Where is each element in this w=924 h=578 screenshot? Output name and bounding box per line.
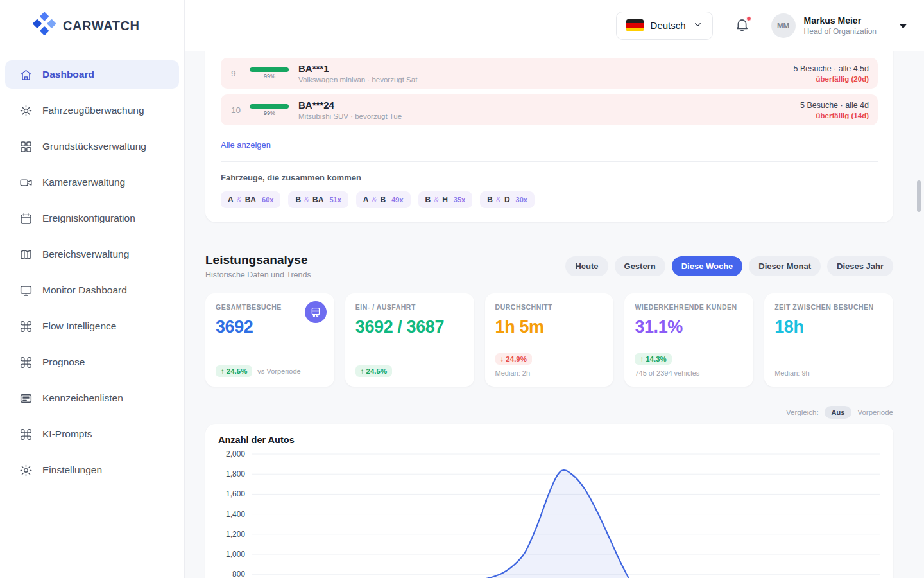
bus-icon	[305, 301, 327, 323]
arrow-up-icon: ↑	[221, 367, 225, 375]
kpi-wiederkehrende-kunden: WIEDERKEHRENDE KUNDEN 31.1% ↑14.3% 745 o…	[624, 293, 753, 387]
notification-dot	[746, 16, 751, 21]
y-tick-label: 1,600	[226, 489, 245, 498]
sidebar-item-bereichsverwaltung[interactable]: Bereichsverwaltung	[5, 240, 179, 268]
analysis-header: Leistungsanalyse Historische Daten und T…	[205, 253, 893, 279]
chart-title: Anzahl der Autos	[218, 435, 880, 445]
kpi-title: DURCHSCHNITT	[495, 303, 604, 311]
vehicle-row[interactable]: 9 99% BA***1 Volkswagen minivan · bevorz…	[221, 58, 878, 89]
delta-chip: ↓24.9%	[495, 353, 532, 365]
vehicle-plate: BA***1	[298, 63, 417, 74]
match-progress: 99%	[249, 104, 290, 116]
chart-card: Anzahl der Autos 2,0001,8001,6001,4001,2…	[205, 424, 893, 578]
pair-plate-a: B	[487, 195, 493, 204]
german-flag-icon	[626, 19, 644, 31]
notifications-button[interactable]	[732, 15, 752, 37]
arrow-up-icon: ↑	[361, 367, 364, 375]
scrollbar-thumb[interactable]	[917, 180, 921, 212]
sidebar-item-kameraverwaltung[interactable]: Kameraverwaltung	[5, 168, 179, 197]
pair-plate-b: BA	[245, 195, 256, 204]
sidebar: CARWATCH Dashboard Fahrzeugüberwachung G…	[0, 0, 185, 578]
user-menu[interactable]: MM Markus Meier Head of Organization	[771, 13, 907, 38]
vehicle-pair-chip[interactable]: B & BA 51x	[288, 191, 348, 208]
brand: CARWATCH	[0, 0, 184, 51]
y-tick-label: 1,400	[226, 510, 245, 519]
sidebar-item-label: Grundstücksverwaltung	[42, 141, 146, 152]
kpi-value: 31.1%	[635, 317, 743, 337]
vehicle-rows: 9 99% BA***1 Volkswagen minivan · bevorz…	[221, 58, 878, 125]
brand-name: CARWATCH	[63, 19, 140, 33]
user-role: Head of Organization	[804, 27, 877, 36]
area-map-icon	[19, 248, 33, 261]
vehicle-row[interactable]: 10 99% BA***24 Mitsubishi SUV · bevorzug…	[221, 94, 878, 125]
settings-icon	[19, 464, 33, 477]
overdue-label: überfällig (20d)	[794, 75, 869, 83]
progress-percent: 99%	[264, 110, 275, 116]
progress-bar	[250, 104, 289, 109]
kpi-ein-ausfahrt: EIN- / AUSFAHRT 3692 / 3687 ↑24.5%	[345, 293, 474, 387]
pair-plate-a: B	[425, 195, 431, 204]
filter-diese-woche[interactable]: Diese Woche	[672, 256, 743, 276]
visit-frequency: 5 Besuche · alle 4d	[800, 101, 869, 110]
sidebar-item-dashboard[interactable]: Dashboard	[5, 60, 179, 89]
property-grid-icon	[19, 140, 33, 153]
sidebar-item-kennzeichenlisten[interactable]: Kennzeichenlisten	[5, 384, 179, 412]
vehicle-rank: 10	[231, 105, 249, 115]
kpi-zeit-zwischen-besuchen: ZEIT ZWISCHEN BESUCHEN 18h Median: 9h	[764, 293, 893, 387]
sidebar-item-fahrzeugueberwachung[interactable]: Fahrzeugüberwachung	[5, 96, 179, 125]
compare-row: Vergleich: Aus Vorperiode	[205, 406, 893, 419]
time-filters: HeuteGesternDiese WocheDieser MonatDiese…	[565, 256, 893, 276]
pair-plate-a: A	[363, 195, 369, 204]
delta-chip: ↑24.5%	[355, 365, 392, 377]
pair-chips: A & BA 60x B & BA 51x A & B 49x B & H 35…	[221, 191, 878, 208]
vehicle-pair-chip[interactable]: B & H 35x	[418, 191, 473, 208]
main-content: 9 99% BA***1 Volkswagen minivan · bevorz…	[185, 51, 924, 578]
sidebar-item-ereigniskonfiguration[interactable]: Ereigniskonfiguration	[5, 204, 179, 232]
sidebar-item-prognose[interactable]: Prognose	[5, 348, 179, 376]
vehicle-pair-chip[interactable]: B & D 30x	[480, 191, 535, 208]
sidebar-item-label: Kennzeichenlisten	[42, 392, 123, 404]
vehicle-desc: Volkswagen minivan · bevorzugt Sat	[298, 76, 417, 83]
pair-count: 51x	[329, 196, 341, 204]
kpi-title: ZEIT ZWISCHEN BESUCHEN	[774, 303, 883, 311]
sidebar-item-monitor-dashboard[interactable]: Monitor Dashboard	[5, 276, 179, 304]
chart-y-axis: 2,0001,8001,6001,4001,2001,000800	[218, 450, 252, 578]
kpi-value: 1h 5m	[495, 317, 604, 337]
filter-heute[interactable]: Heute	[565, 256, 608, 276]
avatar: MM	[771, 13, 796, 38]
y-tick-label: 1,000	[226, 550, 245, 559]
ampersand: &	[237, 195, 242, 204]
sidebar-item-flow-intelligence[interactable]: Flow Intelligence	[5, 312, 179, 340]
vehicle-list-card: 9 99% BA***1 Volkswagen minivan · bevorz…	[205, 51, 893, 222]
compare-label: Vergleich:	[786, 408, 819, 416]
kpi-gesamtbesuche: GESAMTBESUCHE 3692 ↑24.5% vs Vorperiode	[205, 293, 334, 387]
compare-toggle[interactable]: Aus	[825, 406, 852, 419]
forecast-icon	[19, 356, 33, 369]
filter-dieses-jahr[interactable]: Dieses Jahr	[827, 256, 893, 276]
event-calendar-icon	[19, 212, 33, 225]
sidebar-item-grundstuecksverwaltung[interactable]: Grundstücksverwaltung	[5, 132, 179, 161]
sidebar-item-label: Dashboard	[42, 69, 94, 80]
sidebar-item-einstellungen[interactable]: Einstellungen	[5, 456, 179, 484]
topbar: Deutsch MM Markus Meier Head of Organiza…	[185, 0, 924, 51]
ampersand: &	[434, 195, 439, 204]
ai-prompts-icon	[19, 428, 33, 441]
pair-count: 35x	[454, 196, 465, 204]
pair-plate-a: A	[228, 195, 234, 204]
vehicle-pair-chip[interactable]: A & BA 60x	[221, 191, 280, 208]
vehicle-desc: Mitsubishi SUV · bevorzugt Tue	[298, 112, 402, 120]
sidebar-nav: Dashboard Fahrzeugüberwachung Grundstück…	[0, 51, 184, 501]
vehicle-pair-chip[interactable]: A & B 49x	[356, 191, 411, 208]
section-title: Leistungsanalyse	[205, 253, 311, 267]
sidebar-item-label: Bereichsverwaltung	[42, 249, 129, 260]
together-title: Fahrzeuge, die zusammen kommen	[221, 173, 878, 182]
sidebar-item-label: KI-Prompts	[42, 428, 92, 440]
filter-dieser-monat[interactable]: Dieser Monat	[749, 256, 821, 276]
sidebar-item-ki-prompts[interactable]: KI-Prompts	[5, 420, 179, 448]
monitor-icon	[19, 284, 33, 297]
show-all-link[interactable]: Alle anzeigen	[221, 140, 271, 150]
language-selector[interactable]: Deutsch	[616, 12, 713, 40]
filter-gestern[interactable]: Gestern	[615, 256, 665, 276]
camera-icon	[19, 176, 33, 189]
ampersand: &	[372, 195, 377, 204]
